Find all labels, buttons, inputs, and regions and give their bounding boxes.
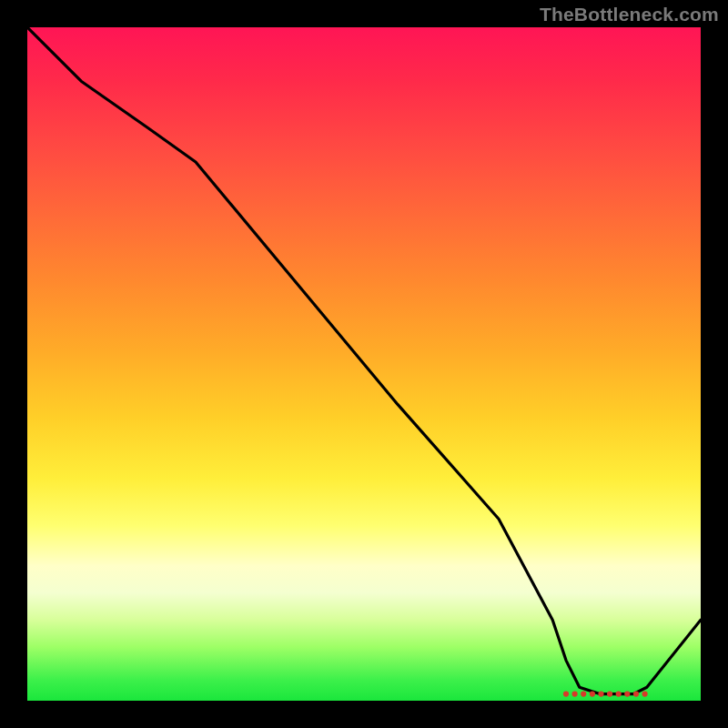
marker-dot	[624, 692, 630, 697]
marker-dot	[607, 692, 612, 697]
marker-dot	[633, 692, 639, 697]
marker-dot	[572, 692, 578, 697]
marker-dot	[563, 692, 569, 697]
marker-dot	[581, 692, 586, 697]
plot-area	[27, 27, 701, 701]
chart-frame: TheBottleneck.com	[0, 0, 728, 728]
line-series	[27, 27, 701, 694]
marker-dot	[642, 692, 648, 697]
marker-dot	[616, 692, 622, 697]
watermark-text: TheBottleneck.com	[540, 4, 719, 25]
marker-dot	[590, 692, 595, 697]
line-chart-svg	[27, 27, 701, 701]
marker-dot	[598, 692, 603, 697]
